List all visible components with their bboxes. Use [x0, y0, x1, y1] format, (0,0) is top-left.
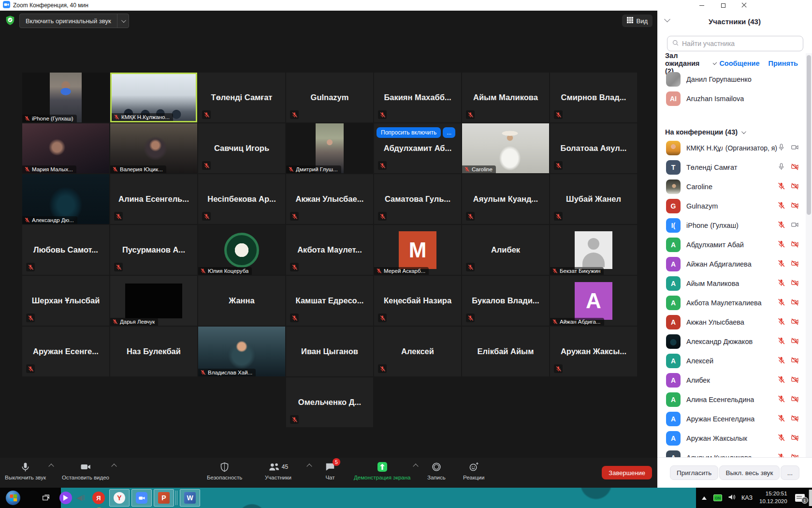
video-tile[interactable]: ММерей Аскарб... [374, 225, 461, 275]
participant-row[interactable]: AАлина Есенгельдина [657, 390, 806, 409]
video-tile[interactable]: Бекзат Бикужин [550, 225, 637, 275]
participant-row[interactable]: AАлексей [657, 351, 806, 371]
video-tile[interactable]: Төленді Самғат [198, 73, 285, 122]
scrollbar-thumb[interactable] [807, 55, 811, 215]
waiting-participant-row[interactable]: AIAruzhan Ismailova [657, 89, 806, 108]
participants-button[interactable]: 45 Участники [265, 461, 291, 480]
participant-row[interactable]: AАкбота Маулеткалиева [657, 293, 806, 313]
video-tile[interactable]: Аружан Есенге... [22, 327, 109, 376]
participant-row[interactable]: AАйжан Абдигалиева [657, 254, 806, 274]
video-tile[interactable]: Айым Маликова [462, 73, 549, 122]
taskbar-clock[interactable]: 15:20:51 10.12.2020 [759, 490, 787, 505]
security-button[interactable]: Безопасность [207, 461, 242, 480]
video-tile[interactable]: Мария Малых... [22, 123, 109, 173]
video-tile[interactable]: Gulnazym [286, 73, 373, 122]
ask-more-button[interactable]: ... [443, 127, 455, 138]
video-tile[interactable]: Бакиян Махабб... [374, 73, 461, 122]
video-tile[interactable]: ААйжан Абдига... [550, 276, 637, 326]
video-tile[interactable]: Алибек [462, 225, 549, 275]
video-tile[interactable]: Смирнов Влад... [550, 73, 637, 122]
in-meeting-chevron-icon[interactable] [741, 129, 746, 134]
stop-video-button[interactable]: Остановить видео [62, 461, 109, 480]
action-center-icon[interactable]: 1 [795, 494, 805, 502]
sidebar-scrollbar[interactable] [806, 53, 812, 458]
video-tile[interactable]: Абдулхамит Аб...Попросить включить... [374, 123, 461, 173]
share-options-chevron[interactable] [413, 463, 418, 469]
video-tile[interactable]: Пусурманов А... [110, 225, 197, 275]
view-button[interactable]: Вид [622, 15, 652, 27]
chat-button[interactable]: 5 Чат [325, 461, 335, 480]
mute-options-chevron[interactable] [48, 463, 54, 469]
share-screen-button[interactable]: Демонстрация экрана [354, 461, 411, 480]
record-button[interactable]: Запись [427, 461, 446, 480]
search-participant-box[interactable] [667, 36, 803, 51]
original-sound-dropdown[interactable] [117, 14, 129, 28]
video-tile[interactable]: Аружан Жаксы... [550, 327, 637, 376]
browser-taskbar-button[interactable]: Y [109, 489, 130, 507]
participant-row[interactable]: I(iPhone (Гулхаш) [657, 216, 806, 235]
video-tile[interactable]: Шубай Жанел [550, 174, 637, 224]
video-tile[interactable]: Любовь Самот... [22, 225, 109, 275]
video-tile[interactable]: Валерия Юцик... [110, 123, 197, 173]
word-taskbar-button[interactable]: W [180, 489, 200, 507]
language-indicator[interactable]: КАЗ [741, 494, 753, 501]
participant-row[interactable]: TТөленді Самғат [657, 158, 806, 177]
start-button[interactable] [3, 488, 23, 508]
video-tile[interactable]: Камшат Едресо... [286, 276, 373, 326]
video-tile[interactable]: Дарья Левчук [110, 276, 197, 326]
video-tile[interactable]: Омельченко Д... [286, 377, 373, 427]
video-tile[interactable]: Савчиц Игорь [198, 123, 285, 173]
video-tile[interactable]: iPhone (Гулхаш) [22, 73, 109, 122]
video-tile[interactable]: Елікбай Айым [462, 327, 549, 376]
participant-row[interactable]: Caroline [657, 177, 806, 196]
video-tile[interactable]: Букалов Влади... [462, 276, 549, 326]
video-tile[interactable]: Шерхан Ұлысбай [22, 276, 109, 326]
video-tile[interactable]: Аяулым Куанд... [462, 174, 549, 224]
participant-row[interactable]: AАбдулхамит Абай [657, 235, 806, 254]
zoom-taskbar-button[interactable] [131, 489, 152, 507]
video-tile[interactable]: Дмитрий Глуш... [286, 123, 373, 173]
video-tile[interactable]: Александр Дю... [22, 174, 109, 224]
video-tile[interactable]: Жанна [198, 276, 285, 326]
video-tile[interactable]: Болатоаа Аяул... [550, 123, 637, 173]
punto-on-icon[interactable]: ON [713, 494, 722, 501]
minimize-button[interactable] [691, 0, 712, 11]
participant-row[interactable]: Александр Дюжаков [657, 332, 806, 351]
video-tile[interactable]: Алина Есенгель... [110, 174, 197, 224]
mute-all-button[interactable]: Выкл. весь звук [719, 465, 780, 480]
participant-row[interactable]: GGulnazym [657, 196, 806, 216]
volume-icon[interactable] [728, 493, 736, 503]
video-tile[interactable]: КМҚК Н.Кұлжано... [110, 73, 197, 122]
ask-to-unmute-button[interactable]: Попросить включить [377, 127, 441, 138]
yandex-button[interactable]: Я [90, 488, 107, 508]
panel-collapse-chevron-icon[interactable] [664, 16, 670, 22]
participants-options-chevron[interactable] [306, 463, 312, 469]
show-desktop-button[interactable] [809, 490, 812, 506]
video-tile[interactable]: Саматова Гуль... [374, 174, 461, 224]
alisa-button[interactable] [57, 488, 74, 508]
video-options-chevron[interactable] [111, 463, 116, 469]
video-tile[interactable]: Несіпбекова Ар... [198, 174, 285, 224]
end-meeting-button[interactable]: Завершение [602, 466, 652, 479]
waiting-room-chevron-icon[interactable] [713, 60, 717, 65]
powerpoint-taskbar-button[interactable]: P [154, 489, 174, 507]
participant-row[interactable]: КМҚК Н.Құл...(Организатор, я) [657, 138, 806, 158]
participant-row[interactable]: AАружан Есенгелдина [657, 409, 806, 429]
video-tile[interactable]: Кеңесбай Назира [374, 276, 461, 326]
participant-row[interactable]: AАкжан Улысбаева [657, 313, 806, 332]
video-tile[interactable]: Юлия Коцеруба [198, 225, 285, 275]
invite-button[interactable]: Пригласить [670, 465, 718, 480]
participant-row[interactable]: AАружан Жаксылык [657, 429, 806, 448]
search-participant-input[interactable] [682, 40, 798, 47]
video-tile[interactable]: Владислав Хай... [198, 327, 285, 376]
reactions-button[interactable]: Реакции [463, 461, 484, 480]
more-options-button[interactable]: ... [781, 465, 799, 480]
maximize-button[interactable] [712, 0, 734, 11]
close-button[interactable] [734, 0, 755, 11]
mute-button[interactable]: Выключить звук [5, 461, 46, 480]
original-sound-button[interactable]: Включить оригинальный звук [19, 14, 129, 28]
video-tile[interactable]: Алексей [374, 327, 461, 376]
task-view-button[interactable] [38, 488, 54, 508]
hidden-icons-chevron[interactable] [702, 496, 707, 500]
participant-row[interactable]: AАйым Маликова [657, 274, 806, 293]
